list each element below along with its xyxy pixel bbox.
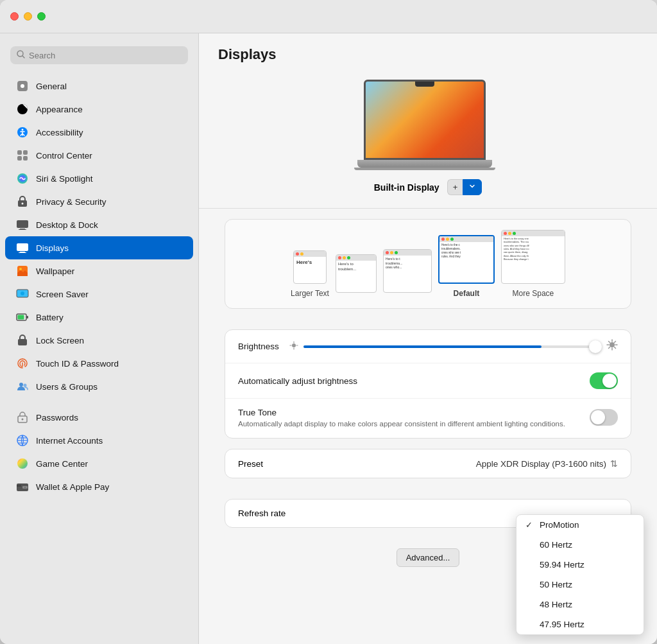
dropdown-item-48hz[interactable]: 48 Hertz	[516, 595, 644, 614]
res-label-more: More Space	[513, 289, 554, 298]
search-input[interactable]	[29, 51, 182, 60]
sidebar-item-displays[interactable]: Displays	[5, 236, 193, 259]
svg-rect-10	[23, 156, 28, 161]
sidebar-item-battery[interactable]: Battery	[5, 306, 193, 329]
res-dot-yellow	[508, 232, 511, 235]
appearance-icon	[15, 102, 30, 116]
resolution-option-more[interactable]: Here's to the crazy onetroublemakers. Th…	[501, 230, 565, 298]
resolution-option-larger[interactable]: Here's Larger Text	[291, 250, 329, 298]
sidebar-item-label: Desktop & Dock	[36, 220, 98, 230]
resolution-option-medium[interactable]: Here's to ttroublema...ones who...	[383, 249, 432, 298]
res-content: Here's to the ctroublemakers.ones who se…	[439, 242, 493, 259]
minimize-button[interactable]	[24, 12, 32, 21]
true-tone-sublabel: Automatically adapt display to make colo…	[238, 419, 579, 429]
resolution-section-wrapper: Here's Larger Text	[199, 209, 657, 309]
sidebar-item-siri[interactable]: Siri & Spotlight	[5, 167, 193, 190]
title-bar	[0, 0, 657, 33]
dropdown-item-50hz[interactable]: 50 Hertz	[516, 575, 644, 595]
screensaver-icon	[15, 287, 30, 301]
svg-point-13	[22, 203, 24, 205]
sidebar-item-internet[interactable]: Internet Accounts	[5, 429, 193, 452]
passwords-icon	[15, 410, 30, 424]
preset-section: Preset Apple XDR Display (P3-1600 nits) …	[225, 449, 631, 478]
sidebar-item-label: Internet Accounts	[36, 436, 103, 446]
search-icon	[17, 50, 25, 60]
res-bar	[439, 236, 493, 242]
dropdown-item-5994hz[interactable]: 59.94 Hertz	[516, 555, 644, 575]
checkmark-icon: ✓	[525, 520, 534, 530]
res-label-larger: Larger Text	[291, 289, 329, 298]
stepper-icon: ⇅	[610, 458, 618, 469]
advanced-button[interactable]: Advanced...	[397, 548, 460, 567]
sidebar-item-label: Touch ID & Password	[36, 359, 119, 369]
res-bar	[336, 255, 376, 261]
svg-rect-8	[23, 150, 28, 155]
main-content: Displays Built-in Display +	[199, 33, 657, 644]
svg-point-30	[24, 384, 27, 387]
search-box[interactable]	[10, 46, 188, 64]
auto-brightness-label-wrap: Automatically adjust brightness	[238, 375, 590, 387]
sidebar-item-wallet[interactable]: Wallet & Apple Pay	[5, 475, 193, 498]
resolution-option-default[interactable]: Here's to the ctroublemakers.ones who se…	[438, 235, 495, 298]
sidebar-item-label: Game Center	[36, 459, 88, 469]
main-header: Displays	[199, 33, 657, 73]
close-button[interactable]	[10, 12, 19, 21]
window-content: General Appearance	[0, 33, 657, 644]
preset-row: Preset Apple XDR Display (P3-1600 nits) …	[225, 449, 631, 478]
refresh-section-wrapper: Refresh rate Advanced... ✓ ProMotion 60 …	[199, 478, 657, 577]
options-section-wrapper: Brightness	[199, 309, 657, 439]
brightness-thumb[interactable]	[589, 340, 602, 353]
sidebar-item-label: Wallpaper	[36, 266, 74, 276]
svg-rect-26	[26, 316, 28, 318]
dropdown-item-promotion[interactable]: ✓ ProMotion	[516, 515, 644, 535]
dropdown-item-60hz[interactable]: 60 Hertz	[516, 535, 644, 555]
auto-brightness-control	[590, 372, 618, 389]
true-tone-label-wrap: True Tone Automatically adapt display to…	[238, 408, 579, 429]
sidebar-item-touchid[interactable]: Touch ID & Password	[5, 352, 193, 375]
dropdown-item-4795hz[interactable]: 47.95 Hertz	[516, 614, 644, 634]
sidebar-item-lockscreen[interactable]: Lock Screen	[5, 329, 193, 352]
display-dropdown-button[interactable]	[463, 179, 482, 195]
auto-brightness-label: Automatically adjust brightness	[238, 376, 357, 386]
sidebar-item-label: Lock Screen	[36, 336, 84, 345]
sidebar-item-label: General	[36, 82, 67, 91]
sidebar-divider	[0, 398, 198, 406]
users-icon	[15, 379, 30, 394]
toggle-knob	[591, 410, 605, 424]
sidebar-item-accessibility[interactable]: Accessibility	[5, 121, 193, 144]
sidebar-item-passwords[interactable]: Passwords	[5, 406, 193, 429]
svg-rect-14	[17, 220, 28, 228]
sun-small-icon	[289, 341, 298, 352]
brightness-row: Brightness	[225, 330, 631, 363]
sidebar-item-appearance[interactable]: Appearance	[5, 98, 193, 121]
svg-point-42	[292, 344, 296, 347]
add-display-button[interactable]: +	[447, 179, 463, 195]
true-tone-toggle[interactable]	[590, 409, 618, 426]
sidebar-item-desktop[interactable]: Desktop & Dock	[5, 213, 193, 236]
sidebar-item-label: Screen Saver	[36, 290, 89, 299]
laptop-base	[354, 168, 495, 170]
sidebar-item-wallpaper[interactable]: Wallpaper	[5, 259, 193, 283]
res-content: Here's totroublem...	[336, 261, 376, 274]
res-dot-green	[347, 256, 350, 259]
brightness-slider[interactable]	[303, 345, 601, 348]
res-dot-red	[504, 232, 507, 235]
sidebar-item-users[interactable]: Users & Groups	[5, 375, 193, 398]
sidebar-item-label: Appearance	[36, 105, 83, 114]
sidebar-item-screensaver[interactable]: Screen Saver	[5, 283, 193, 306]
sidebar-item-gamecenter[interactable]: Game Center	[5, 452, 193, 475]
preset-select[interactable]: Apple XDR Display (P3-1600 nits) ⇅	[476, 458, 618, 469]
siri-icon	[15, 171, 30, 186]
resolution-option-large[interactable]: Here's totroublem...	[336, 254, 377, 298]
sidebar-item-privacy[interactable]: Privacy & Security	[5, 190, 193, 213]
sidebar-item-control-center[interactable]: Control Center	[5, 144, 193, 167]
maximize-button[interactable]	[37, 12, 46, 21]
auto-brightness-toggle[interactable]	[590, 372, 618, 389]
sidebar-item-general[interactable]: General	[5, 74, 193, 98]
brightness-control	[289, 339, 618, 354]
res-dot-red	[296, 252, 299, 256]
search-container	[0, 41, 198, 74]
svg-rect-19	[19, 252, 26, 253]
res-bar	[502, 231, 565, 236]
svg-rect-41	[17, 485, 21, 487]
